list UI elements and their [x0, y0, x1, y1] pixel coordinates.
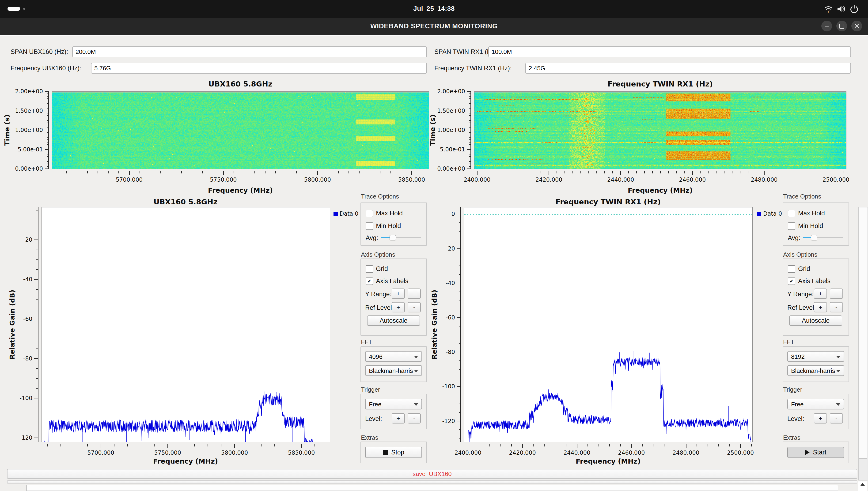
trigger-mode-dropdown[interactable]: Free	[365, 399, 422, 409]
close-button[interactable]	[851, 21, 862, 31]
spectrum-right-title: Frequency TWIN RX1 (Hz)	[556, 198, 661, 206]
legend-label: Data 0	[340, 210, 358, 217]
scroll-up-button[interactable]	[858, 481, 867, 491]
autoscale-button[interactable]: Autoscale	[789, 315, 842, 326]
slider-knob[interactable]	[811, 235, 817, 240]
avg-slider[interactable]	[803, 235, 843, 241]
play-icon	[805, 450, 810, 455]
maximize-button[interactable]	[836, 21, 847, 31]
y-range-plus-button[interactable]: +	[814, 289, 827, 299]
window-title-bar: WIDEBAND SPECTRUM MONITORING	[0, 18, 868, 35]
spectrum-right-legend: Data 0	[757, 210, 782, 217]
y-range-minus-button[interactable]: -	[408, 289, 421, 299]
y-range-minus-button[interactable]: -	[830, 289, 843, 299]
network-question-icon[interactable]: ?	[824, 4, 833, 13]
clock[interactable]: Jul 25 14:38	[0, 5, 868, 12]
chevron-down-icon	[414, 370, 418, 372]
level-minus-button[interactable]: -	[830, 413, 843, 424]
fft-size-dropdown[interactable]: 4096	[365, 351, 422, 362]
save-ubx160-button[interactable]: save_UBX160	[7, 469, 857, 479]
spectrum-left-plot[interactable]	[41, 207, 330, 442]
maximize-icon	[839, 24, 844, 29]
volume-icon[interactable]	[836, 4, 846, 13]
grid-checkbox[interactable]	[788, 265, 795, 273]
scrollbar-thumb[interactable]	[859, 458, 867, 481]
level-plus-button[interactable]: +	[814, 413, 827, 424]
spectrum-right-plot[interactable]	[464, 207, 753, 442]
max-hold-label: Max Hold	[376, 209, 403, 217]
save-button-label: save_UBX160	[413, 470, 451, 478]
freq-ubx160-label: Frequency UBX160 (Hz):	[10, 63, 81, 74]
window-title: WIDEBAND SPECTRUM MONITORING	[0, 22, 868, 30]
spectrum-right-ylabel: Relative Gain (dB)	[430, 290, 438, 359]
fft-heading: FFT	[783, 339, 794, 345]
waterfall-right-plot[interactable]	[474, 91, 846, 169]
minimize-icon	[824, 26, 829, 27]
legend-swatch	[757, 212, 761, 216]
svg-text:?: ?	[827, 8, 830, 13]
grid-checkbox[interactable]	[366, 265, 373, 273]
waterfall-left-plot[interactable]	[52, 91, 429, 169]
fft-size-value: 4096	[369, 353, 383, 360]
fft-window-value: Blackman-harris	[369, 367, 413, 375]
avg-label: Avg:	[788, 234, 801, 242]
ref-level-plus-button[interactable]: +	[392, 302, 405, 312]
max-hold-checkbox[interactable]	[788, 210, 795, 217]
waterfall-left-xlabel: Frequency (MHz)	[208, 186, 273, 194]
legend-swatch	[334, 212, 338, 216]
axis-labels-label: Axis Labels	[376, 277, 408, 285]
trigger-heading: Trigger	[783, 386, 802, 393]
trigger-mode-dropdown[interactable]: Free	[787, 399, 844, 409]
slider-knob[interactable]	[390, 235, 396, 240]
spectrum-left-legend: Data 0	[334, 210, 358, 217]
fft-heading: FFT	[361, 339, 372, 345]
axis-labels-label: Axis Labels	[798, 277, 831, 285]
min-hold-label: Min Hold	[376, 222, 401, 230]
grid-label: Grid	[376, 265, 388, 272]
min-hold-checkbox[interactable]	[366, 223, 373, 230]
ref-level-minus-button[interactable]: -	[830, 302, 843, 312]
fft-size-value: 8192	[791, 353, 805, 360]
avg-slider[interactable]	[381, 235, 421, 241]
start-button-label: Start	[813, 449, 826, 456]
fft-window-dropdown[interactable]: Blackman-harris	[365, 365, 422, 376]
fft-size-dropdown[interactable]: 8192	[787, 351, 844, 362]
span-ubx160-input[interactable]	[72, 47, 427, 57]
freq-twin-label: Frequency TWIN RX1 (Hz):	[435, 63, 512, 74]
vertical-scrollbar[interactable]	[858, 207, 868, 481]
y-range-plus-button[interactable]: +	[392, 289, 405, 299]
footer-strip	[7, 481, 857, 484]
freq-twin-input[interactable]	[525, 63, 851, 74]
fft-window-value: Blackman-harris	[791, 367, 835, 375]
freq-ubx160-input[interactable]	[91, 63, 427, 74]
fft-window-dropdown[interactable]: Blackman-harris	[787, 365, 844, 376]
level-plus-button[interactable]: +	[392, 413, 405, 424]
legend-label: Data 0	[763, 210, 782, 217]
minimize-button[interactable]	[821, 21, 832, 31]
span-ubx160-label: SPAN UBX160 (Hz):	[10, 47, 68, 57]
check-icon: ✔	[789, 279, 794, 284]
level-minus-button[interactable]: -	[408, 413, 421, 424]
power-icon[interactable]	[849, 4, 859, 13]
level-label: Level:	[787, 415, 804, 423]
axis-labels-checkbox[interactable]: ✔	[366, 278, 373, 285]
ref-level-plus-button[interactable]: +	[814, 302, 827, 312]
content-divider	[0, 35, 868, 36]
spectrum-left-title: UBX160 5.8GHz	[153, 198, 218, 206]
axis-labels-checkbox[interactable]: ✔	[788, 278, 795, 285]
system-top-bar: Jul 25 14:38 ?	[0, 0, 868, 18]
max-hold-checkbox[interactable]	[366, 210, 373, 217]
waterfall-right-ylabel: Time (s)	[429, 114, 437, 146]
extras-heading: Extras	[361, 434, 378, 441]
stop-icon	[383, 450, 388, 455]
chevron-down-icon	[836, 403, 840, 406]
ref-level-label: Ref Level:	[365, 304, 394, 312]
min-hold-label: Min Hold	[798, 222, 823, 230]
stop-button[interactable]: Stop	[365, 447, 422, 458]
ref-level-minus-button[interactable]: -	[408, 302, 421, 312]
min-hold-checkbox[interactable]	[788, 223, 795, 230]
start-button[interactable]: Start	[787, 447, 844, 458]
span-twin-input[interactable]	[488, 47, 851, 57]
autoscale-button[interactable]: Autoscale	[367, 315, 420, 326]
extras-heading: Extras	[783, 434, 801, 441]
